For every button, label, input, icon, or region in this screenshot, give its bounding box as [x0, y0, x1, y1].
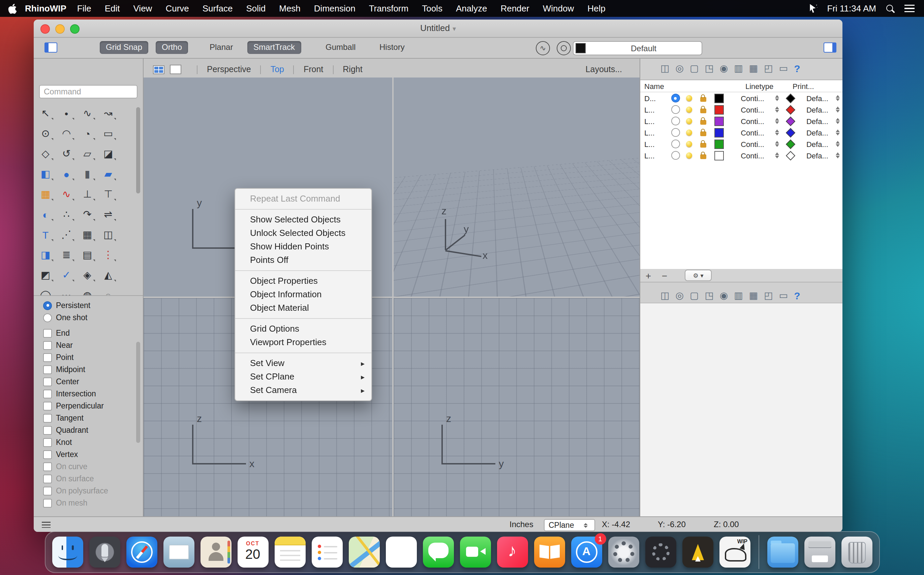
menu-app-name[interactable]: RhinoWIP — [25, 3, 67, 13]
layer-row[interactable]: L... Conti... Defa... — [640, 138, 843, 150]
menu-analyze[interactable]: Analyze — [449, 3, 494, 13]
title-bar[interactable]: Untitled▾ — [34, 19, 843, 38]
osnap-perpendicular[interactable]: Perpendicular — [43, 400, 104, 411]
checkbox-icon[interactable] — [43, 413, 52, 423]
rotate-tool[interactable]: ↷ — [77, 204, 98, 224]
title-chevron-icon[interactable]: ▾ — [452, 25, 456, 32]
groundplane-icon[interactable]: ▦ — [749, 290, 758, 301]
clamp-tool[interactable]: ⊤ — [98, 184, 119, 204]
stepper-icon[interactable] — [833, 152, 843, 159]
layer-options-dropdown[interactable]: ⚙▾ — [685, 270, 712, 281]
layer-color-swatch[interactable] — [710, 116, 727, 126]
rectangle-tool[interactable]: ▭ — [98, 123, 119, 144]
layer-row[interactable]: D... Conti... Defa... — [640, 92, 843, 104]
layer-row[interactable]: L... Conti... Defa... — [640, 127, 843, 138]
layer-color-swatch[interactable] — [710, 151, 727, 160]
lighting-icon[interactable]: ▥ — [734, 63, 743, 73]
print-color-diamond-icon[interactable] — [781, 152, 800, 159]
current-layer-radio[interactable] — [668, 94, 683, 102]
dock-launchpad[interactable] — [89, 537, 120, 568]
tab-top[interactable]: Top — [270, 65, 285, 74]
layer-visibility-icon[interactable] — [683, 118, 696, 124]
solid-edit-tool[interactable]: ◨ — [35, 245, 56, 265]
checkbox-icon[interactable] — [43, 402, 52, 410]
surface-patch-tool[interactable]: ▱ — [77, 144, 98, 164]
column-name[interactable]: Name — [640, 82, 745, 90]
osnap-end[interactable]: End — [43, 327, 70, 338]
current-layer-radio[interactable] — [668, 105, 683, 114]
status-grip-icon[interactable] — [42, 522, 51, 528]
layer-lock-icon[interactable] — [696, 118, 710, 124]
dock-mail[interactable] — [163, 537, 194, 568]
stepper-icon[interactable] — [833, 141, 843, 147]
plugins-tool[interactable]: ▦ — [35, 184, 56, 204]
osnap-tangent[interactable]: Tangent — [43, 413, 84, 423]
notification-center-icon[interactable] — [905, 5, 914, 12]
named-views-icon[interactable]: ◰ — [764, 63, 773, 73]
viewport-perspective[interactable]: z y x — [394, 78, 640, 297]
planar-toggle[interactable]: Planar — [203, 41, 239, 54]
osnap-on-curve[interactable]: On curve — [43, 461, 87, 472]
mirror-tool[interactable]: ⇌ — [98, 204, 119, 224]
remove-layer-button[interactable]: − — [656, 270, 673, 281]
sketch-tool[interactable]: ↝ — [98, 103, 119, 123]
osnap-center[interactable]: Center — [43, 376, 79, 387]
record-history-icon[interactable] — [557, 41, 571, 55]
sphere-tool[interactable]: ● — [56, 164, 77, 184]
stepper-icon[interactable] — [833, 118, 843, 124]
polygon-tool[interactable]: ◇ — [35, 144, 56, 164]
layer-row[interactable]: L... Conti... Defa... — [640, 104, 843, 115]
dock-system-preferences[interactable] — [608, 537, 639, 568]
dock-photos[interactable] — [386, 537, 416, 568]
notes-icon[interactable]: ▢ — [690, 290, 699, 301]
menu-item-object-properties[interactable]: Object Properties — [235, 274, 372, 288]
display-icon[interactable]: ◎ — [675, 290, 683, 301]
dock-calendar[interactable]: OCT20 — [237, 537, 268, 568]
menu-clock[interactable]: Fri 11:34 AM — [827, 3, 876, 13]
menu-item-set-cplane[interactable]: Set CPlane▸ — [235, 370, 372, 384]
layer-linetype[interactable]: Conti... — [727, 140, 772, 148]
menu-solid[interactable]: Solid — [239, 3, 272, 13]
osnap-on-mesh[interactable]: On mesh — [43, 497, 87, 508]
grid-array-tool[interactable]: ▤ — [77, 245, 98, 265]
point-tool[interactable]: • — [56, 103, 77, 123]
osnap-quadrant[interactable]: Quadrant — [43, 425, 88, 435]
divide-tool[interactable]: ⋯ — [56, 285, 77, 295]
move-points-tool[interactable]: ⋰ — [56, 224, 77, 245]
layer-print-width[interactable]: Defa... — [800, 129, 833, 137]
help-icon[interactable]: ? — [794, 62, 800, 74]
layer-lock-icon[interactable] — [696, 129, 710, 136]
close-button[interactable] — [40, 24, 50, 34]
osnap-near[interactable]: Near — [43, 340, 73, 351]
sweep-tool[interactable]: ◪ — [98, 144, 119, 164]
tab-right[interactable]: Right — [342, 65, 363, 74]
display-mode-dropdown[interactable]: Default — [573, 41, 702, 55]
current-layer-radio[interactable] — [668, 128, 683, 137]
box-tool[interactable]: ◧ — [35, 164, 56, 184]
smarttrack-toggle[interactable]: SmartTrack — [247, 41, 301, 54]
dock-finder[interactable] — [52, 537, 83, 568]
osnap-on-polysurface[interactable]: On polysurface — [43, 485, 108, 496]
text-tool[interactable]: T — [35, 224, 56, 245]
osnap-scrollbar[interactable] — [136, 342, 140, 443]
layer-row[interactable]: L... Conti... Defa... — [640, 115, 843, 127]
checkbox-icon[interactable] — [43, 389, 52, 398]
stepper-icon[interactable] — [772, 141, 782, 147]
tab-front[interactable]: Front — [303, 65, 324, 74]
menu-item-unlock-selected-objects[interactable]: Unlock Selected Objects — [235, 227, 372, 240]
minimize-button[interactable] — [55, 24, 65, 34]
dock-folder[interactable] — [767, 537, 798, 568]
layer-color-swatch[interactable] — [710, 105, 727, 114]
tab-perspective[interactable]: Perspective — [206, 65, 252, 74]
print-color-diamond-icon[interactable] — [781, 129, 800, 136]
materials-icon[interactable]: ◳ — [705, 290, 713, 301]
grid-snap-toggle[interactable]: Grid Snap — [100, 41, 148, 54]
print-color-diamond-icon[interactable] — [781, 141, 800, 147]
trim-tool[interactable]: ◩ — [35, 265, 56, 285]
layouts-button[interactable]: Layouts... — [586, 62, 622, 77]
ortho-toggle[interactable]: Ortho — [156, 41, 188, 54]
checkbox-icon[interactable] — [43, 341, 52, 349]
menu-window[interactable]: Window — [536, 3, 581, 13]
dock-safari[interactable] — [126, 537, 157, 568]
osnap-on-surface[interactable]: On surface — [43, 473, 94, 484]
